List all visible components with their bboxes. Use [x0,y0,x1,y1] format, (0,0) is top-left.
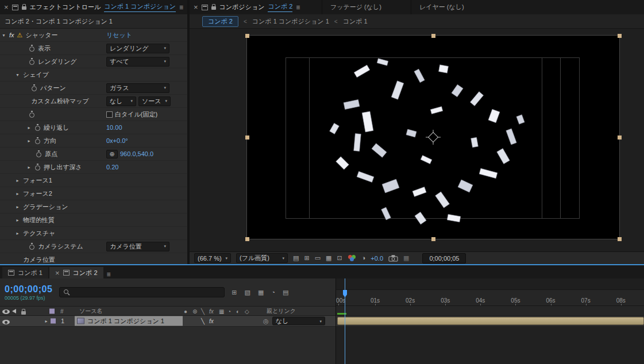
twirl-open-icon[interactable]: ▾ [1,33,6,38]
show-channel-icon[interactable] [348,254,357,262]
breadcrumb-current-comp[interactable]: コンポ 2 [202,16,238,27]
tab-effect-controls[interactable]: エフェクトコントロール [30,3,101,11]
parent-pickwhip-icon[interactable]: ◎ [263,317,269,325]
draft-3d-icon[interactable]: ▧ [245,289,250,296]
tab-composition[interactable]: コンポジション [219,3,265,11]
transform-handle[interactable] [245,237,249,241]
panel-menu-icon[interactable]: ≡ [179,3,183,11]
3d-column-icon[interactable]: ◇ [245,308,249,314]
transform-handle[interactable] [618,135,622,140]
composition-viewport[interactable] [190,29,644,251]
property-row[interactable]: ▸方向0x+0.0° [0,134,187,148]
breadcrumb-item[interactable]: コンポ 1 コンポジション 1 [252,17,329,26]
twirl-closed-icon[interactable]: ▸ [15,204,20,210]
property-group-row[interactable]: ▸グラデーション [0,200,187,214]
property-row[interactable]: カスタム粉砕マップなし▾ソース▾ [0,95,187,108]
fx-column-icon[interactable]: fx [209,308,214,314]
transform-handle[interactable] [431,34,435,38]
twirl-closed-icon[interactable]: ▸ [26,138,32,144]
layer-label-chip[interactable] [51,319,56,324]
quality-column-icon[interactable]: ╲ [201,308,205,314]
property-row[interactable]: 表示レンダリング▾ [0,42,187,55]
parent-dropdown[interactable]: なし ▾ [272,317,325,326]
property-row[interactable]: ▸繰り返し10.00 [0,121,187,134]
layer-row[interactable]: ▸ 1 コンポ 1 コンポジション 1 ╲ fx ◎ なし ▾ [0,316,336,327]
twirl-closed-icon[interactable]: ▸ [15,178,20,183]
property-row[interactable]: 原点⊕960.0,540.0 [0,148,187,161]
close-icon[interactable]: × [55,269,60,277]
stopwatch-icon[interactable] [29,45,35,52]
property-value[interactable]: 960.0,540.0 [120,150,153,157]
tab-effect-controls-comp[interactable]: コンポ 1 コンポジション [104,2,176,12]
stopwatch-icon[interactable] [29,58,35,65]
transparency-grid-icon[interactable]: ⊞ [304,255,309,261]
property-group-row[interactable]: ▾シェイプ [0,68,187,82]
region-of-interest-icon[interactable]: ▤ [293,255,299,261]
exposure-icon[interactable]: ◑ [362,255,366,261]
adjustment-column-icon[interactable]: ◐ [236,308,240,314]
timeline-tab-comp1[interactable]: コンポ 1 [2,267,48,278]
property-row[interactable]: 白タイル(固定) [0,108,187,121]
panel-menu-icon[interactable]: ≡ [107,270,111,278]
layer-visibility-toggle[interactable] [2,320,10,324]
stopwatch-icon[interactable] [29,243,35,250]
mask-visibility-icon[interactable]: ▭ [315,255,321,261]
property-dropdown[interactable]: カメラ位置▾ [106,242,169,251]
motion-blur-icon[interactable]: ◔ [271,289,275,296]
property-value[interactable]: 0x+0.0° [106,137,128,144]
collapse-column-icon[interactable]: ⊛ [192,308,197,314]
exposure-value[interactable]: +0.0 [371,255,383,262]
stopwatch-icon[interactable] [29,111,35,118]
property-row[interactable]: ▸押し出す深さ0.20 [0,161,187,174]
twirl-closed-icon[interactable]: ▸ [15,191,20,196]
time-ruler[interactable]: 0:00s01s02s03s04s05s06s07s08s [336,290,644,306]
transform-handle[interactable] [245,135,249,140]
property-dropdown[interactable]: ソース▾ [138,96,171,106]
stopwatch-icon[interactable] [34,124,41,131]
twirl-closed-icon[interactable]: ▸ [15,218,20,223]
snapshot-camera-icon[interactable] [388,255,398,262]
property-dropdown[interactable]: なし▾ [106,96,136,106]
transform-handle[interactable] [618,237,622,241]
twirl-closed-icon[interactable]: ▸ [26,125,32,130]
tab-footage[interactable]: フッテージ (なし) [322,0,390,14]
property-dropdown[interactable]: ガラス▾ [106,83,169,93]
layer-fx-switch[interactable]: fx [209,318,214,324]
property-dropdown[interactable]: すべて▾ [106,57,169,67]
lock-icon[interactable] [22,6,26,10]
transform-handle[interactable] [618,34,622,38]
property-group-row[interactable]: ▸フォース1 [0,174,187,187]
source-name-column[interactable]: ソース名 [79,307,102,315]
parent-link-column[interactable]: 親とリンク [267,307,296,315]
timeline-tab-comp2[interactable]: × コンポ 2 [49,267,103,278]
twirl-closed-icon[interactable]: ▸ [15,231,20,236]
property-row[interactable]: レンダリングすべて▾ [0,55,187,68]
current-time-display[interactable]: 0;00;00;05 [5,284,52,295]
shy-column-icon[interactable]: ● [184,308,187,314]
resolution-dropdown[interactable]: (フル画質) ▾ [236,253,288,263]
property-row[interactable]: カメラシステムカメラ位置▾ [0,240,187,253]
grid-guides-icon[interactable]: ▦ [326,255,331,261]
frame-blend-icon[interactable]: ▦ [258,289,264,296]
view-options-icon[interactable]: ⊡ [337,255,342,261]
transform-handle[interactable] [245,34,249,38]
property-group-row[interactable]: ▸テクスチャ [0,227,187,240]
breadcrumb-item[interactable]: コンポ 1 [343,17,368,26]
property-group-row[interactable]: ▸フォース2 [0,187,187,200]
show-snapshot-icon[interactable]: ▦ [403,255,409,261]
origin-point-button[interactable]: ⊕ [106,150,118,158]
stopwatch-icon[interactable] [36,150,42,157]
graph-editor-icon[interactable]: ▤ [283,289,288,296]
preview-timecode[interactable]: 0;00;00;05 [422,253,466,264]
stopwatch-icon[interactable] [34,137,41,144]
property-value[interactable]: 0.20 [106,164,118,171]
twirl-closed-icon[interactable]: ▸ [44,319,49,324]
layer-duration-bar[interactable] [337,317,644,325]
search-input[interactable] [59,287,225,297]
tab-composition-comp[interactable]: コンポ 2 [268,2,292,12]
tab-layer[interactable]: レイヤー (なし) [411,0,472,14]
layer-name-cell[interactable]: コンポ 1 コンポジション 1 [75,316,183,326]
stopwatch-icon[interactable] [31,84,37,91]
close-icon[interactable]: × [194,3,198,11]
reset-link[interactable]: リセット [106,31,132,40]
